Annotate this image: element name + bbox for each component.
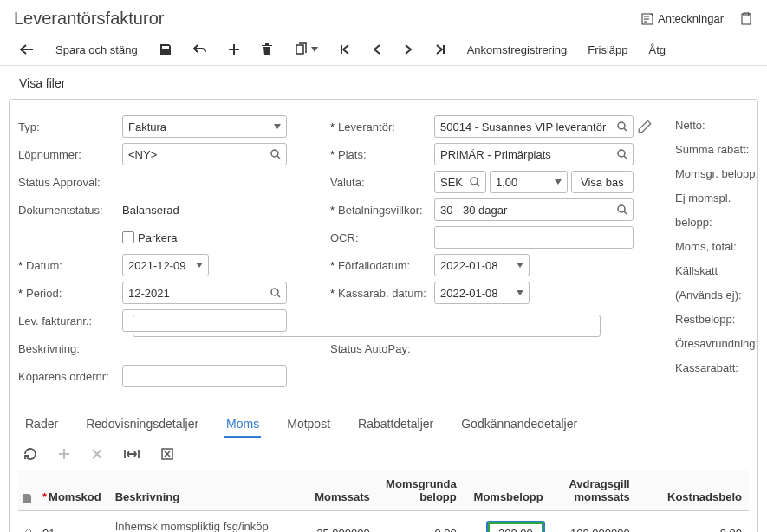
- last-button[interactable]: [434, 43, 446, 55]
- tab-rabatt[interactable]: Rabattdetaljer: [356, 412, 435, 438]
- prev-icon: [372, 43, 382, 55]
- grid-delete-button[interactable]: [91, 448, 103, 460]
- beskrivning-input[interactable]: [133, 315, 601, 337]
- valuta-input[interactable]: SEK: [434, 171, 486, 193]
- typ-select[interactable]: Faktura: [122, 115, 287, 138]
- cell-momssats[interactable]: 25,000000: [299, 511, 377, 533]
- actions-button[interactable]: Åtg: [649, 43, 666, 56]
- period-input[interactable]: 12-2021: [122, 282, 287, 304]
- tab-godkannande[interactable]: Godkännandedetaljer: [459, 412, 579, 438]
- cell-momsgrunda-belopp[interactable]: 0,00: [377, 511, 464, 533]
- period-label: Period:: [18, 287, 122, 300]
- kallskatt-label: Källskatt (Används ej):: [675, 259, 758, 308]
- export-button[interactable]: [160, 447, 174, 461]
- plus-icon: [58, 448, 70, 460]
- prev-button[interactable]: [372, 43, 382, 55]
- th-beskrivning[interactable]: Beskrivning: [108, 470, 299, 511]
- svg-point-9: [618, 205, 625, 212]
- betalningsvillkor-input[interactable]: 30 - 30 dagar: [434, 198, 634, 221]
- grid-add-button[interactable]: [58, 448, 70, 460]
- fit-columns-button[interactable]: [124, 448, 140, 460]
- page-title: Leverantörsfakturor: [14, 9, 640, 29]
- plus-icon: [228, 43, 240, 55]
- tab-motpost[interactable]: Motpost: [285, 412, 332, 438]
- svg-point-6: [618, 122, 625, 129]
- notes-link[interactable]: Anteckningar: [640, 12, 724, 26]
- search-icon: [270, 288, 281, 298]
- copy-button[interactable]: [294, 42, 318, 56]
- period-value: 12-2021: [128, 287, 170, 300]
- next-icon: [403, 43, 413, 55]
- kassarab-datum-input[interactable]: 2022-01-08: [434, 282, 530, 304]
- cell-avdragsgill-momssats[interactable]: 100,000000: [550, 511, 637, 533]
- fit-width-icon: [124, 448, 140, 460]
- forfallodatum-input[interactable]: 2022-01-08: [434, 254, 530, 276]
- show-files-link[interactable]: Visa filer: [19, 76, 65, 90]
- clipboard-icon: [739, 12, 753, 26]
- cell-momskod[interactable]: 01: [36, 511, 108, 533]
- momsgr-belopp-label: Momsgr. belopp:: [675, 162, 758, 186]
- valuta-rate-input[interactable]: 1,00: [490, 171, 568, 193]
- plats-label: Plats:: [330, 148, 434, 161]
- tab-rader[interactable]: Rader: [23, 412, 60, 438]
- datum-label: Datum:: [18, 259, 122, 272]
- ocr-label: OCR:: [330, 231, 434, 244]
- th-momsgrunda-belopp[interactable]: Momsgrunda belopp: [377, 470, 464, 511]
- kassarabatt-label: Kassarabatt:: [675, 356, 758, 380]
- th-momsbelopp[interactable]: Momsbelopp: [464, 470, 550, 511]
- valuta-label: Valuta:: [330, 176, 434, 189]
- datum-input[interactable]: 2021-12-09: [122, 254, 209, 276]
- tab-moms[interactable]: Moms: [224, 412, 261, 438]
- last-icon: [434, 43, 446, 55]
- lev-fakturanr-label: Lev. fakturanr.:: [18, 315, 122, 328]
- visa-bas-label: Visa bas: [581, 176, 624, 189]
- cell-momsbelopp[interactable]: 200,00: [464, 511, 550, 533]
- leverantor-input[interactable]: 50014 - Susannes VIP leverantör: [434, 115, 634, 138]
- grid-header-selector[interactable]: [18, 470, 36, 511]
- notes-label: Anteckningar: [658, 12, 724, 25]
- search-icon: [617, 149, 627, 159]
- betalningsvillkor-label: Betalningsvillkor:: [330, 204, 434, 217]
- ocr-input[interactable]: [434, 226, 634, 249]
- table-row[interactable]: 01 Inhemsk momspliktig fsg/inköp 25%… 25…: [18, 511, 749, 533]
- th-momssats[interactable]: Momssats: [299, 470, 377, 511]
- cell-beskrivning[interactable]: Inhemsk momspliktig fsg/inköp 25%…: [108, 511, 299, 533]
- pencil-icon: [22, 528, 32, 532]
- next-button[interactable]: [403, 43, 413, 55]
- actions-label: Åtg: [649, 43, 666, 56]
- arrival-reg-button[interactable]: Ankomstregistrering: [467, 43, 568, 56]
- export-icon: [160, 447, 174, 461]
- first-button[interactable]: [339, 43, 351, 55]
- koparens-ordernr-input[interactable]: [122, 365, 287, 387]
- parkera-checkbox[interactable]: [122, 231, 134, 243]
- betalningsvillkor-value: 30 - 30 dagar: [440, 204, 507, 217]
- delete-button[interactable]: [261, 42, 273, 56]
- refresh-button[interactable]: [23, 447, 37, 461]
- edit-icon[interactable]: [637, 119, 653, 134]
- th-avdragsgill-momssats[interactable]: Avdragsgill momssats: [550, 470, 637, 511]
- back-button[interactable]: [19, 43, 35, 55]
- visa-bas-button[interactable]: Visa bas: [571, 171, 634, 193]
- status-approval-label: Status Approval:: [18, 176, 122, 189]
- dokumentstatus-label: Dokumentstatus:: [18, 204, 122, 217]
- undo-button[interactable]: [193, 43, 207, 55]
- th-momskod[interactable]: *Momskod: [36, 470, 108, 511]
- copy-icon: [294, 42, 308, 56]
- release-button[interactable]: Frisläpp: [588, 43, 627, 56]
- cell-kostnadsbelo[interactable]: 0,00: [637, 511, 749, 533]
- save-icon: [159, 42, 172, 56]
- row-edit-indicator[interactable]: [18, 511, 36, 533]
- save-close-button[interactable]: Spara och stäng: [55, 43, 138, 56]
- header-icon-2[interactable]: [739, 12, 753, 26]
- add-button[interactable]: [228, 43, 240, 55]
- tab-redovisning[interactable]: Redovisningsdetaljer: [84, 412, 200, 438]
- th-kostnadsbelo[interactable]: Kostnadsbelo: [637, 470, 749, 511]
- search-icon: [617, 121, 627, 132]
- cell-momsbelopp-value: 200,00: [488, 522, 543, 533]
- plats-input[interactable]: PRIMÄR - Primärplats: [434, 143, 634, 165]
- svg-rect-3: [296, 45, 303, 54]
- save-button[interactable]: [159, 42, 172, 56]
- netto-label: Netto:: [675, 114, 758, 138]
- lopnummer-input[interactable]: <NY>: [122, 143, 287, 165]
- chevron-down-icon: [517, 290, 523, 295]
